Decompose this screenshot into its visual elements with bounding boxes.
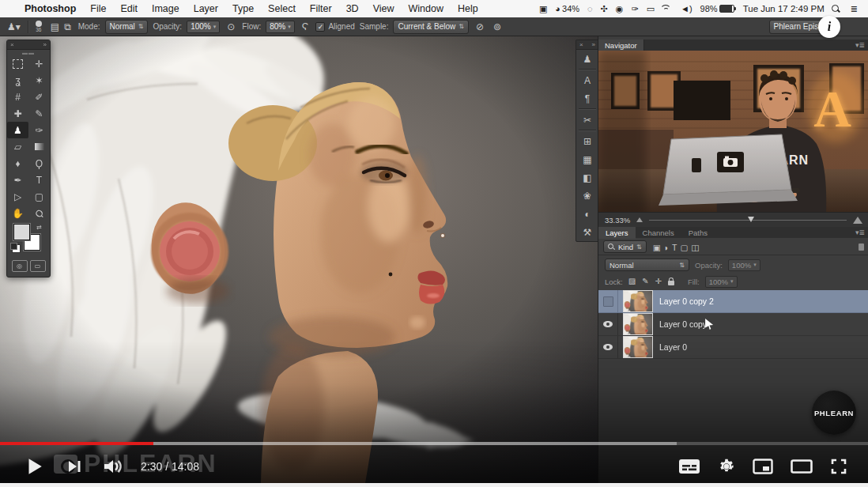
flow-field[interactable]: 80%▾: [266, 21, 295, 33]
menu-window[interactable]: Window: [402, 3, 451, 14]
menu-3d[interactable]: 3D: [339, 3, 366, 14]
move-tool[interactable]: ✛: [28, 55, 50, 72]
smart-object-filter-icon[interactable]: ◫: [689, 243, 700, 252]
menu-photoshop[interactable]: Photoshop: [17, 3, 83, 14]
brush-preset-picker[interactable]: 36: [34, 21, 43, 33]
channel-logo-badge[interactable]: PHLEARN: [812, 391, 856, 435]
spotlight-icon[interactable]: [831, 4, 845, 13]
rectangular-marquee-tool[interactable]: [7, 55, 28, 72]
dodge-tool[interactable]: Ϙ: [28, 155, 50, 172]
visibility-cell[interactable]: [598, 313, 618, 335]
visibility-eye-icon[interactable]: [603, 321, 613, 327]
layer-name[interactable]: Layer 0 copy: [659, 319, 707, 329]
history-brush-tool[interactable]: ✑: [28, 122, 50, 138]
adjustments-panel-icon[interactable]: ◐: [576, 205, 598, 223]
panel-menu-icon[interactable]: ▾≣: [855, 41, 868, 49]
settings-button[interactable]: [718, 458, 735, 475]
crop-tool[interactable]: #: [7, 89, 28, 105]
progress-bar[interactable]: [0, 442, 868, 445]
layer-row-layer-0-copy[interactable]: Layer 0 copy: [598, 313, 868, 336]
shape-tool[interactable]: ▢: [28, 188, 50, 205]
brush-presets-panel-icon[interactable]: ❀: [576, 187, 598, 205]
blend-mode-select[interactable]: Normal⇅: [605, 259, 689, 271]
miniplayer-button[interactable]: [753, 459, 773, 474]
menu-clock[interactable]: Tue Jun 17 2:49 PM: [740, 4, 828, 13]
opacity-field[interactable]: 100%▾: [187, 21, 220, 33]
paragraph-panel-icon[interactable]: ¶: [576, 89, 598, 108]
navigator-zoom-slider[interactable]: [649, 216, 847, 224]
tool-presets-panel-icon[interactable]: ⚒: [576, 223, 598, 241]
layer-name[interactable]: Layer 0: [659, 342, 687, 352]
menu-type[interactable]: Type: [225, 3, 261, 14]
quick-mask-button[interactable]: ◎: [12, 260, 28, 272]
hand-tool[interactable]: ✋: [7, 205, 28, 221]
swap-colors-icon[interactable]: ⇄: [36, 224, 42, 231]
fill-field[interactable]: 100%▾: [705, 276, 738, 288]
zoom-out-icon[interactable]: [636, 217, 643, 222]
layer-thumbnail[interactable]: [623, 290, 653, 312]
toggle-brush-panel-icon[interactable]: ▤: [48, 20, 62, 34]
ignore-adjustment-layers-icon[interactable]: ⊘: [474, 21, 486, 33]
character-panel-icon[interactable]: A: [576, 71, 598, 89]
volume-button[interactable]: [103, 458, 123, 475]
sample-select[interactable]: Current & Below⇅: [393, 20, 469, 34]
layer-opacity-field[interactable]: 100%▾: [728, 259, 760, 271]
menu-select[interactable]: Select: [261, 3, 303, 14]
filter-kind-select[interactable]: Kind⇅: [603, 240, 647, 253]
type-tool[interactable]: T: [28, 172, 50, 188]
menu-layer[interactable]: Layer: [187, 3, 225, 14]
layer-thumbnail[interactable]: [623, 313, 653, 335]
notification-center-icon[interactable]: ≣: [848, 4, 860, 14]
screen-mirroring-icon[interactable]: ▣: [537, 4, 549, 14]
eyedropper-tool[interactable]: ✐: [28, 89, 50, 105]
wifi-icon[interactable]: [660, 5, 675, 13]
battery-icon[interactable]: 98%: [698, 4, 737, 13]
menu-image[interactable]: Image: [145, 3, 187, 14]
tab-layers[interactable]: Layers: [598, 227, 636, 239]
healing-brush-tool[interactable]: ✚: [7, 105, 28, 122]
zoom-in-icon[interactable]: [853, 217, 862, 224]
video-info-card-button[interactable]: i: [818, 16, 840, 38]
lock-position-icon[interactable]: ✛: [655, 277, 662, 285]
type-layer-filter-icon[interactable]: T: [670, 243, 678, 252]
swatches-panel-icon[interactable]: ▦: [576, 150, 598, 168]
pressure-opacity-icon[interactable]: ⊙: [225, 21, 237, 33]
tab-paths[interactable]: Paths: [681, 227, 715, 239]
pixel-layer-filter-icon[interactable]: ▣: [651, 243, 662, 252]
zoom-tool[interactable]: Ϙ: [28, 205, 50, 221]
battery-app-icon[interactable]: ◕34%: [553, 4, 582, 13]
eraser-tool[interactable]: ▱: [7, 138, 28, 155]
theater-mode-button[interactable]: [791, 459, 813, 474]
airplay-display-icon[interactable]: ▭: [644, 4, 657, 14]
panel-collapse-icon[interactable]: »: [43, 41, 47, 48]
layer-thumbnail[interactable]: [623, 336, 653, 358]
panel-collapse-icon[interactable]: »: [592, 41, 595, 48]
sync-status-icon[interactable]: ◌: [585, 4, 595, 13]
lock-paint-icon[interactable]: ✎: [642, 277, 648, 285]
lock-all-icon[interactable]: [668, 281, 674, 285]
panel-grip[interactable]: ▬▬: [7, 50, 50, 55]
visibility-hidden-box[interactable]: [603, 296, 613, 307]
airbrush-icon[interactable]: Ϛ: [300, 21, 311, 33]
layer-row-layer-0[interactable]: Layer 0: [598, 336, 868, 359]
filter-toggle-switch[interactable]: [859, 244, 864, 251]
subtitles-button[interactable]: [678, 459, 700, 474]
layer-name[interactable]: Layer 0 copy 2: [659, 296, 714, 306]
menu-help[interactable]: Help: [451, 3, 485, 14]
panel-close-icon[interactable]: ×: [10, 41, 14, 48]
aligned-checkbox[interactable]: ✓Aligned: [315, 22, 354, 32]
slider-thumb[interactable]: [748, 217, 754, 222]
next-button[interactable]: [66, 459, 82, 474]
menu-file[interactable]: File: [83, 3, 113, 14]
mode-select[interactable]: Normal⇅: [105, 20, 149, 34]
default-colors-icon[interactable]: [12, 244, 21, 253]
pressure-size-icon[interactable]: ⊚: [491, 21, 504, 33]
visibility-cell[interactable]: [598, 290, 618, 312]
menu-filter[interactable]: Filter: [303, 3, 339, 14]
ink-icon[interactable]: ✑: [628, 4, 640, 14]
menu-edit[interactable]: Edit: [113, 3, 145, 14]
play-button[interactable]: [24, 456, 44, 477]
brush-tool[interactable]: ✎: [28, 105, 50, 122]
layer-comps-panel-icon[interactable]: ⊞: [576, 132, 598, 150]
pen-tool[interactable]: ✒: [7, 172, 28, 188]
